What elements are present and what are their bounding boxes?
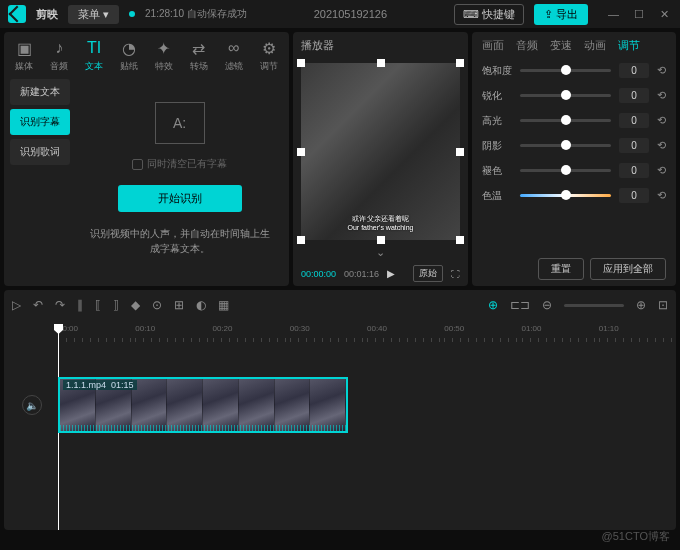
tool-icon[interactable]: ◐ [196,298,206,312]
slider-fade: 褪色0⟲ [482,163,666,178]
rtab-picture[interactable]: 画面 [482,38,504,53]
tool-icon[interactable]: ⊞ [174,298,184,312]
resize-handle[interactable] [377,59,385,67]
video-clip[interactable]: 1.1.1.mp4 01:15 [58,377,348,433]
reset-icon[interactable]: ⟲ [657,89,666,102]
pointer-tool[interactable]: ▷ [12,298,21,312]
reset-button[interactable]: 重置 [538,258,584,280]
resize-handle[interactable] [297,236,305,244]
delete-right-tool[interactable]: ⟧ [113,298,119,312]
reset-icon[interactable]: ⟲ [657,164,666,177]
slider-value[interactable]: 0 [619,163,649,178]
media-icon: ▣ [14,38,34,58]
slider-thumb[interactable] [561,190,571,200]
reset-icon[interactable]: ⟲ [657,114,666,127]
current-time: 00:00:00 [301,269,336,279]
export-button[interactable]: ⇪ 导出 [534,4,588,25]
clip-waveform [60,425,346,431]
video-track: 🔈 1.1.1.mp4 01:15 [12,377,668,433]
zoom-slider[interactable] [564,304,624,307]
rtab-speed[interactable]: 变速 [550,38,572,53]
text-icon: TI [84,38,104,58]
tab-sticker[interactable]: ◔贴纸 [113,38,146,73]
slider-value[interactable]: 0 [619,88,649,103]
align-tool[interactable]: ⊏⊐ [510,298,530,312]
redo-button[interactable]: ↷ [55,298,65,312]
sidebar-recognize-lyrics[interactable]: 识别歌词 [10,139,70,165]
zoom-fit-button[interactable]: ⊡ [658,298,668,312]
delete-left-tool[interactable]: ⟦ [95,298,101,312]
slider-thumb[interactable] [561,90,571,100]
start-recognition-button[interactable]: 开始识别 [118,185,242,212]
resize-handle[interactable] [456,236,464,244]
maximize-button[interactable]: ☐ [634,8,646,20]
split-tool[interactable]: ∥ [77,298,83,312]
app-name: 剪映 [36,7,58,22]
clear-existing-checkbox[interactable]: 同时清空已有字幕 [132,157,227,171]
slider-track[interactable] [520,119,611,122]
slider-thumb[interactable] [561,65,571,75]
sidebar-recognize-subtitle[interactable]: 识别字幕 [10,109,70,135]
slider-track[interactable] [520,194,611,197]
slider-track[interactable] [520,94,611,97]
resize-handle[interactable] [377,236,385,244]
resize-handle[interactable] [297,148,305,156]
resize-handle[interactable] [297,59,305,67]
ratio-button[interactable]: 原始 [413,265,443,282]
keyboard-icon: ⌨ [463,8,479,21]
minimize-button[interactable]: — [608,8,620,20]
close-button[interactable]: ✕ [660,8,672,20]
resize-handle[interactable] [456,148,464,156]
slider-value[interactable]: 0 [619,63,649,78]
sidebar-new-text[interactable]: 新建文本 [10,79,70,105]
preview-dropdown[interactable]: ⌄ [293,244,468,261]
tab-effect[interactable]: ✦特效 [148,38,181,73]
apply-all-button[interactable]: 应用到全部 [590,258,666,280]
tab-adjust[interactable]: ⚙调节 [252,38,285,73]
zoom-out-button[interactable]: ⊖ [542,298,552,312]
snap-tool[interactable]: ⊕ [488,298,498,312]
shortcut-button[interactable]: ⌨ 快捷键 [454,4,524,25]
rtab-animation[interactable]: 动画 [584,38,606,53]
tab-audio[interactable]: ♪音频 [43,38,76,73]
watermark: @51CTO博客 [602,529,670,544]
time-ruler[interactable]: 00:00 00:10 00:20 00:30 00:40 00:50 01:0… [4,320,676,337]
fullscreen-button[interactable]: ⛶ [451,269,460,279]
undo-button[interactable]: ↶ [33,298,43,312]
menu-button[interactable]: 菜单 ▾ [68,5,119,24]
resize-handle[interactable] [456,59,464,67]
reset-icon[interactable]: ⟲ [657,64,666,77]
rtab-adjust[interactable]: 调节 [618,38,640,53]
slider-saturation: 饱和度0⟲ [482,63,666,78]
panel-footer: 重置 应用到全部 [472,252,676,286]
zoom-in-button[interactable]: ⊕ [636,298,646,312]
timeline[interactable]: 00:00 00:10 00:20 00:30 00:40 00:50 01:0… [4,320,676,530]
slider-value[interactable]: 0 [619,138,649,153]
recognition-hint: 识别视频中的人声，并自动在时间轴上生成字幕文本。 [76,226,283,256]
slider-track[interactable] [520,169,611,172]
rtab-audio[interactable]: 音频 [516,38,538,53]
tool-icon[interactable]: ◆ [131,298,140,312]
slider-value[interactable]: 0 [619,113,649,128]
slider-track[interactable] [520,69,611,72]
preview-subtitle: 或许 父亲还看着呢 Our father's watching [301,215,460,232]
tab-filter[interactable]: ∞滤镜 [217,38,250,73]
tab-transition[interactable]: ⇄转场 [182,38,215,73]
slider-thumb[interactable] [561,140,571,150]
play-button[interactable]: ▶ [387,268,395,279]
slider-value[interactable]: 0 [619,188,649,203]
slider-thumb[interactable] [561,165,571,175]
tool-icon[interactable]: ▦ [218,298,229,312]
mute-button[interactable]: 🔈 [22,395,42,415]
reset-icon[interactable]: ⟲ [657,189,666,202]
tab-text[interactable]: TI文本 [78,38,111,73]
sticker-icon: ◔ [119,38,139,58]
slider-track[interactable] [520,144,611,147]
video-preview[interactable]: 或许 父亲还看着呢 Our father's watching [301,63,460,240]
reset-icon[interactable]: ⟲ [657,139,666,152]
slider-thumb[interactable] [561,115,571,125]
tool-icon[interactable]: ⊙ [152,298,162,312]
tab-media[interactable]: ▣媒体 [8,38,41,73]
total-time: 00:01:16 [344,269,379,279]
recognition-frame-icon: A: [155,103,205,143]
